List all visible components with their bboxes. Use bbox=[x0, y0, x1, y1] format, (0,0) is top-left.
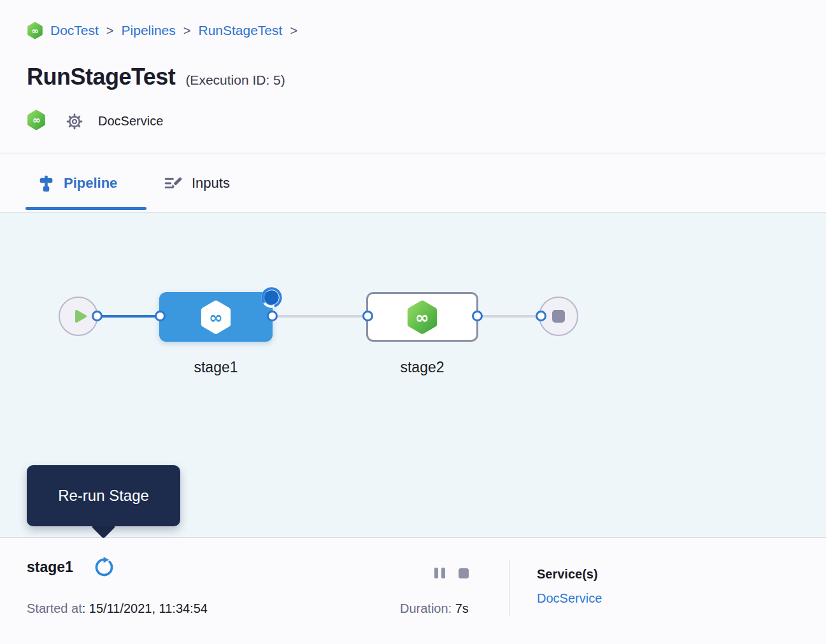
svg-text:∞: ∞ bbox=[415, 308, 429, 327]
started-at: Started at: 15/11/2021, 11:34:54 bbox=[27, 601, 208, 616]
service-link[interactable]: DocService bbox=[537, 591, 602, 606]
harness-logo-icon: ∞ bbox=[27, 22, 43, 39]
breadcrumb-link-pipelines[interactable]: Pipelines bbox=[122, 23, 176, 38]
duration: Duration: 7s bbox=[400, 601, 469, 616]
tooltip-text: Re-run Stage bbox=[58, 487, 149, 505]
execution-footer: stage1 Started at: 15/11/2021, 11:34:54 … bbox=[0, 537, 826, 644]
page-title: RunStageTest bbox=[27, 64, 175, 90]
stage-node-stage1[interactable]: ∞ bbox=[159, 292, 273, 342]
harness-logo-icon: ∞ bbox=[27, 109, 46, 133]
service-name: DocService bbox=[98, 114, 163, 129]
svg-text:∞: ∞ bbox=[31, 26, 38, 36]
harness-stage-icon: ∞ bbox=[406, 300, 438, 335]
breadcrumb-separator: > bbox=[289, 24, 298, 38]
gear-icon bbox=[66, 113, 83, 130]
stage1-label: stage1 bbox=[159, 359, 273, 376]
connector-line-stage2-end bbox=[477, 315, 541, 318]
execution-id-label: (Execution ID: 5) bbox=[185, 73, 285, 88]
inputs-edit-icon bbox=[164, 175, 182, 192]
tab-inputs[interactable]: Inputs bbox=[164, 170, 230, 197]
connector-port bbox=[362, 311, 373, 321]
breadcrumb-link-project[interactable]: DocTest bbox=[50, 23, 99, 38]
pause-icon[interactable] bbox=[434, 568, 445, 578]
connector-port bbox=[267, 311, 278, 321]
duration-label: Duration: bbox=[400, 601, 452, 615]
connector-port bbox=[472, 311, 483, 321]
rerun-stage-tooltip: Re-run Stage bbox=[27, 465, 180, 526]
tab-inputs-label: Inputs bbox=[192, 175, 230, 192]
connector-port bbox=[155, 311, 166, 321]
tab-bar: Pipeline Inputs bbox=[0, 153, 826, 213]
connector-line-start-stage1 bbox=[97, 315, 160, 318]
started-at-value: : 15/11/2021, 11:34:54 bbox=[82, 601, 208, 615]
loading-spinner-icon bbox=[260, 286, 283, 309]
connector-line-stage1-stage2 bbox=[272, 315, 367, 318]
breadcrumb: ∞ DocTest > Pipelines > RunStageTest > bbox=[27, 22, 298, 39]
title-row: RunStageTest (Execution ID: 5) bbox=[27, 64, 285, 90]
breadcrumb-link-pipeline-name[interactable]: RunStageTest bbox=[198, 23, 282, 38]
svg-text:∞: ∞ bbox=[209, 308, 223, 327]
pipeline-icon bbox=[38, 175, 54, 192]
duration-value: 7s bbox=[455, 601, 469, 615]
tooltip-body: Re-run Stage bbox=[27, 465, 180, 526]
connector-port bbox=[92, 311, 103, 321]
breadcrumb-separator: > bbox=[106, 24, 115, 38]
connector-port bbox=[536, 311, 546, 321]
rerun-refresh-icon[interactable] bbox=[93, 556, 115, 581]
started-at-label: Started at bbox=[27, 601, 82, 615]
pipeline-execution-page: ∞ DocTest > Pipelines > RunStageTest > R… bbox=[0, 0, 826, 644]
stage2-label: stage2 bbox=[366, 359, 478, 376]
footer-divider bbox=[509, 559, 510, 617]
service-row: ∞ bbox=[27, 109, 163, 133]
stage-node-stage2[interactable]: ∞ bbox=[366, 292, 478, 342]
tab-pipeline-label: Pipeline bbox=[64, 175, 117, 192]
stop-icon[interactable] bbox=[459, 568, 469, 578]
active-tab-indicator bbox=[25, 207, 146, 210]
services-label: Service(s) bbox=[537, 567, 598, 582]
footer-stage-title: stage1 bbox=[27, 559, 73, 576]
tab-pipeline[interactable]: Pipeline bbox=[38, 170, 117, 197]
execution-header: ∞ DocTest > Pipelines > RunStageTest > R… bbox=[0, 0, 826, 153]
stop-icon bbox=[552, 310, 565, 323]
breadcrumb-separator: > bbox=[183, 24, 192, 38]
svg-text:∞: ∞ bbox=[32, 114, 40, 126]
harness-stage-icon: ∞ bbox=[200, 300, 232, 335]
play-icon bbox=[70, 307, 89, 326]
